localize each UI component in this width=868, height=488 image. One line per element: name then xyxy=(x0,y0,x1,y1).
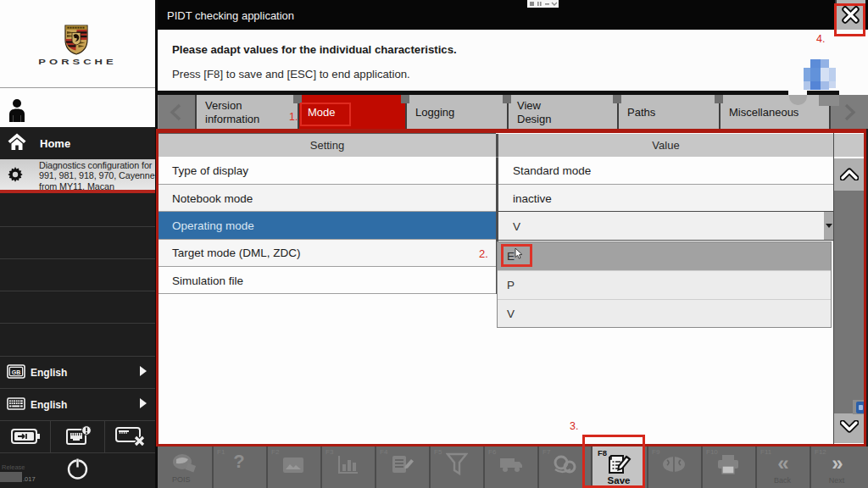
svg-text:GB: GB xyxy=(12,369,21,375)
